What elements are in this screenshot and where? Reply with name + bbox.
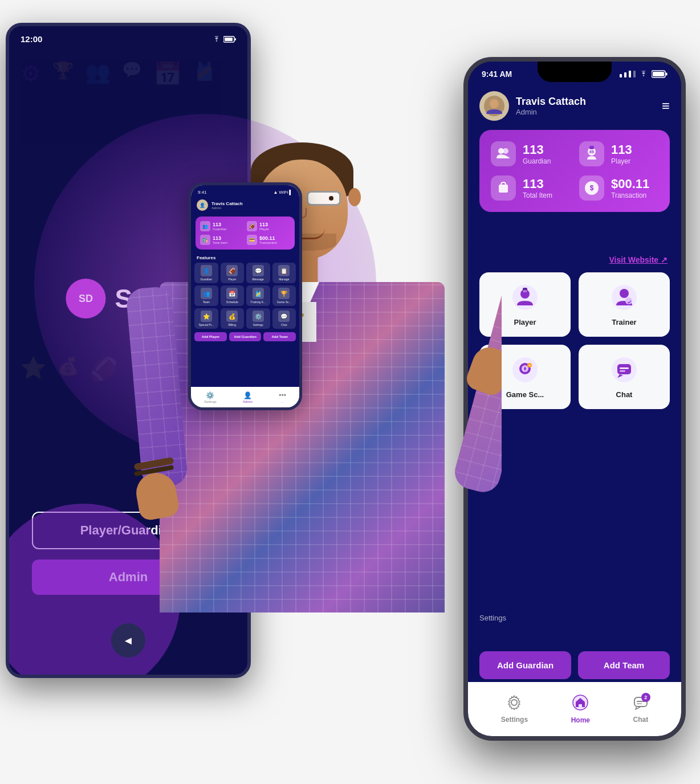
- add-team-btn[interactable]: Add Team: [578, 651, 670, 679]
- sp-icon-8: ⭐: [201, 311, 212, 322]
- nav-settings[interactable]: Settings: [501, 695, 528, 724]
- iphone-status-icons: [620, 70, 668, 78]
- sp-lbl-11: Chat: [281, 323, 287, 326]
- hamburger-menu[interactable]: ≡: [662, 99, 670, 113]
- small-phone-screen: 9:41 ▲ WiFi ▌ 👤 Travis Cattach Admin 👥: [191, 185, 299, 407]
- iphone-battery-icon: [652, 70, 668, 78]
- sp-user-role: Admin: [211, 206, 243, 210]
- user-details: Travis Cattach Admin: [516, 96, 586, 116]
- signal-bar-2: [624, 72, 626, 77]
- sp-nav-more[interactable]: ••• ...: [279, 391, 286, 403]
- feature-label-chat: Chat: [616, 390, 633, 399]
- svg-rect-6: [653, 72, 664, 76]
- svg-text:$: $: [590, 184, 594, 192]
- sp-lbl-7: Game Sc...: [277, 300, 291, 304]
- sp-feature-7[interactable]: 🏆Game Sc...: [272, 285, 296, 306]
- sp-more-icon: •••: [279, 391, 286, 399]
- sp-feature-10[interactable]: ⚙️Settings: [246, 308, 270, 329]
- sp-feature-5[interactable]: 📅Schedule: [221, 285, 245, 306]
- iphone-wifi-icon: [639, 71, 648, 77]
- iphone-notch: [538, 62, 612, 82]
- sp-header: 👤 Travis Cattach Admin: [191, 197, 299, 213]
- svg-point-23: [620, 289, 629, 298]
- sp-stat-icon-0: 👥: [200, 221, 210, 231]
- sp-stat-lbl-0: Guardian: [213, 227, 227, 231]
- sp-icon-4: 👥: [201, 288, 212, 299]
- sp-lbl-4: Team: [203, 300, 210, 304]
- sp-feature-11[interactable]: 💬Chat: [272, 308, 296, 329]
- sp-stat-3: 💳 $00.11 Transaction: [247, 235, 290, 245]
- svg-rect-38: [637, 703, 642, 704]
- sp-stat-num-2: 113: [213, 235, 227, 241]
- transaction-amount: $00.11: [611, 177, 649, 191]
- svg-rect-13: [589, 146, 594, 149]
- sp-feature-8[interactable]: ⭐Special Pr...: [194, 308, 218, 329]
- sp-lbl-5: Schedule: [226, 300, 238, 304]
- battery-icon: [223, 36, 236, 43]
- sp-status-bar: 9:41 ▲ WiFi ▌: [191, 185, 299, 197]
- nav-chat[interactable]: 2 Chat: [633, 695, 649, 724]
- guardian-label: Guardian: [523, 157, 551, 165]
- sp-feature-1[interactable]: 🏈Player: [221, 263, 245, 283]
- sp-stat-lbl-3: Transaction: [259, 241, 277, 244]
- feature-card-chat[interactable]: Chat: [579, 345, 670, 409]
- person-photo: [103, 68, 502, 695]
- sp-stat-num-1: 113: [259, 222, 269, 227]
- transaction-svg: $: [584, 180, 600, 196]
- sp-feature-6[interactable]: 🎽Training K...: [246, 285, 270, 306]
- sp-icon-6: 🎽: [253, 288, 264, 299]
- chat-feature-svg: [612, 357, 637, 382]
- sp-feature-4[interactable]: 👥Team: [194, 285, 218, 306]
- guardian-count: 113: [523, 142, 551, 157]
- sp-stat-icon-1: 🏈: [247, 221, 257, 231]
- sp-bottom-nav: ⚙️ Settings 👤 Admin ••• ...: [191, 387, 299, 407]
- svg-point-11: [503, 148, 508, 154]
- settings-nav-icon: [507, 695, 522, 713]
- sp-icon-3: 📋: [278, 265, 290, 276]
- sp-feature-2[interactable]: 💬Message: [246, 263, 270, 283]
- sp-lbl-1: Player: [228, 277, 236, 281]
- player-feature-svg: 89: [512, 285, 538, 310]
- sp-stat-num-0: 113: [213, 222, 227, 227]
- sp-stats-grid: 👥 113 Guardian 🏈 113 Player 🛍️: [196, 217, 295, 250]
- sp-nav-admin[interactable]: 👤 Admin: [243, 391, 253, 403]
- transaction-label: Transaction: [611, 191, 649, 199]
- sp-lbl-0: Guardian: [200, 277, 212, 281]
- sp-stat-num-3: $00.11: [259, 235, 277, 241]
- visit-website-link[interactable]: Visit Website ↗: [609, 255, 668, 264]
- feature-label-trainer: Trainer: [612, 318, 636, 326]
- right-eye-glass: [307, 191, 341, 206]
- sp-feature-3[interactable]: 📋Manage: [272, 263, 296, 283]
- sp-lbl-9: Billing: [229, 323, 236, 326]
- sp-icon-1: 🏈: [226, 265, 238, 276]
- sp-feature-0[interactable]: 👤Guardian: [194, 263, 218, 283]
- sp-lbl-8: Special Pr...: [198, 323, 214, 326]
- signal-bars: [620, 71, 636, 77]
- feature-card-trainer[interactable]: Trainer: [579, 272, 670, 337]
- sp-add-guardian-btn[interactable]: Add Guardian: [229, 332, 262, 341]
- trainer-feature-svg: [612, 285, 637, 310]
- nav-home[interactable]: Home: [571, 695, 590, 724]
- player-icon: 89: [579, 141, 604, 166]
- signal-bar-3: [629, 71, 631, 77]
- sp-stat-lbl-1: Player: [259, 227, 269, 231]
- sp-lbl-3: Manage: [279, 277, 289, 281]
- svg-text:89: 89: [589, 150, 594, 154]
- right-ear: [348, 188, 361, 206]
- sp-feature-9[interactable]: 💰Billing: [221, 308, 245, 329]
- sp-status-icons: ▲ WiFi ▌: [273, 190, 292, 195]
- sp-lbl-10: Settings: [253, 323, 263, 326]
- items-label: Total Item: [523, 191, 552, 199]
- player-count: 113: [611, 142, 632, 157]
- svg-rect-32: [617, 364, 631, 374]
- stat-guardian: 113 Guardian: [491, 141, 570, 166]
- gamesc-feature-svg: ★: [512, 357, 538, 382]
- sp-stat-lbl-2: Total Item: [213, 241, 227, 244]
- sp-icon-2: 💬: [253, 265, 264, 276]
- sp-add-player-btn[interactable]: Add Player: [194, 332, 227, 341]
- sp-icon-7: 🏆: [278, 288, 290, 299]
- sp-nav-settings[interactable]: ⚙️ Settings: [204, 391, 217, 403]
- sp-add-team-btn[interactable]: Add Team: [263, 332, 296, 341]
- feature-icon-chat: [609, 355, 639, 385]
- sp-admin-label: Admin: [243, 400, 253, 403]
